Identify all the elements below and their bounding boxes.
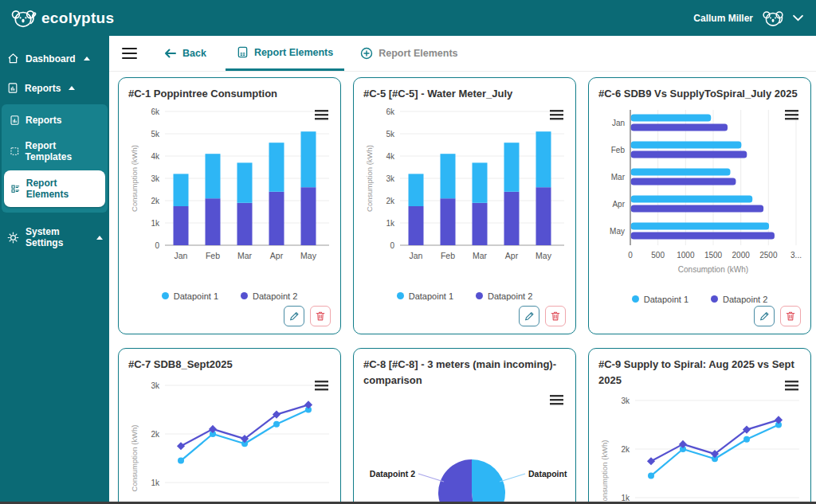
pie-chart: Datapoint 1Datapoint 2	[363, 389, 566, 504]
horizontal-bar-chart: 050010001500200025003...JanFebMarAprMayC…	[598, 104, 801, 295]
svg-text:Datapoint 1: Datapoint 1	[528, 469, 567, 479]
chart-legend: Datapoint 1Datapoint 2	[128, 291, 331, 301]
svg-text:Consumption (kWh): Consumption (kWh)	[130, 424, 139, 491]
edit-button[interactable]	[284, 306, 304, 326]
legend-item[interactable]: Datapoint 1	[162, 291, 218, 301]
chart-menu-icon[interactable]	[313, 108, 330, 124]
sidebar-item-label: Reports	[25, 83, 61, 94]
main-content: Back Report Elements Report Elements #C-…	[109, 36, 816, 504]
sidebar-item-label: Report Templates	[26, 140, 103, 162]
svg-text:May: May	[536, 251, 552, 260]
user-avatar[interactable]	[761, 6, 785, 30]
tab-report-elements[interactable]: Report Elements	[226, 36, 344, 71]
tab-bar: Back Report Elements Report Elements	[109, 36, 816, 72]
svg-text:Consumption (kWh): Consumption (kWh)	[600, 440, 609, 504]
svg-text:2k: 2k	[151, 429, 160, 438]
sidebar-item-label: Report Elements	[26, 178, 100, 200]
svg-text:5k: 5k	[151, 129, 160, 138]
svg-text:May: May	[300, 251, 317, 260]
arrow-left-icon	[164, 48, 177, 59]
line-chart: 1k2k3kConsumption (kWh)	[128, 374, 331, 504]
svg-text:1k: 1k	[621, 494, 630, 502]
svg-text:2k: 2k	[621, 445, 630, 454]
svg-text:Feb: Feb	[611, 146, 626, 154]
svg-text:2k: 2k	[386, 196, 395, 205]
svg-text:Apr: Apr	[612, 200, 625, 209]
svg-text:1500: 1500	[704, 251, 723, 260]
chart-card-c8: #C-8 [#C-8] - 3 meters (main incoming)- …	[353, 348, 576, 504]
caret-up-icon	[96, 236, 103, 240]
sidebar-item-system-settings[interactable]: System Settings	[0, 217, 109, 257]
delete-button[interactable]	[780, 306, 801, 326]
svg-text:3k: 3k	[386, 174, 395, 182]
svg-text:6k: 6k	[386, 107, 395, 115]
legend-item[interactable]: Datapoint 2	[711, 295, 767, 304]
svg-text:May: May	[610, 227, 625, 236]
svg-text:4k: 4k	[386, 151, 395, 160]
svg-text:3k: 3k	[151, 381, 160, 389]
sidebar-item-label: Reports	[26, 115, 61, 126]
chart-card-c9: #C-9 Supply to Spiral: Aug 2025 vs Sept …	[588, 348, 811, 504]
card-title: #C-7 SDB8_Sept2025	[128, 357, 331, 373]
svg-text:Feb: Feb	[441, 251, 455, 260]
sidebar-item-dashboard[interactable]: Dashboard	[0, 44, 109, 73]
delete-button[interactable]	[310, 306, 331, 326]
delete-button[interactable]	[545, 306, 566, 326]
svg-text:Jan: Jan	[410, 251, 423, 260]
sidebar-item-label: System Settings	[26, 226, 88, 248]
sidebar-item-report-elements[interactable]: Report Elements	[4, 170, 105, 207]
chart-menu-icon[interactable]	[548, 393, 565, 409]
logo-text: ecolyptus	[41, 10, 114, 27]
line-chart: 1k2k3kConsumption (kWh)	[598, 389, 801, 504]
edit-button[interactable]	[754, 306, 775, 326]
legend-item[interactable]: Datapoint 2	[476, 291, 532, 301]
chart-menu-icon[interactable]	[548, 108, 565, 124]
caret-up-icon	[84, 57, 90, 61]
legend-item[interactable]: Datapoint 1	[632, 295, 688, 304]
legend-item[interactable]: Datapoint 1	[397, 291, 453, 301]
chart-legend: Datapoint 1Datapoint 2	[363, 291, 566, 301]
report-elements-grid: #C-1 Poppintree Consumption 01k2k3k4k5k6…	[109, 72, 816, 504]
card-title: #C-6 SDB9 Vs SupplyToSpiral_July 2025	[598, 86, 801, 102]
card-title: #C-9 Supply to Spiral: Aug 2025 vs Sept …	[598, 357, 801, 388]
legend-item[interactable]: Datapoint 2	[241, 291, 297, 301]
sidebar-item-reports-child[interactable]: Reports	[2, 107, 108, 133]
chart-legend: Datapoint 1Datapoint 2	[598, 295, 801, 304]
svg-text:Consumption (kWh): Consumption (kWh)	[365, 145, 374, 212]
sidebar-item-report-templates[interactable]: Report Templates	[2, 133, 108, 170]
koala-logo-icon	[10, 5, 37, 32]
stacked-bar-chart: 01k2k3k4k5k6kJanFebMarAprMayConsumption …	[363, 104, 566, 291]
svg-text:500: 500	[651, 251, 665, 260]
sidebar-item-reports[interactable]: Reports	[0, 73, 109, 103]
svg-text:Mar: Mar	[237, 251, 253, 260]
template-icon	[10, 146, 20, 157]
stacked-bar-chart: 01k2k3k4k5k6kJanFebMarAprMayConsumption …	[128, 104, 331, 291]
menu-hamburger-icon[interactable]	[116, 48, 143, 60]
report-icon	[7, 82, 18, 94]
card-title: #C-1 Poppintree Consumption	[128, 86, 331, 102]
svg-text:Feb: Feb	[206, 251, 220, 260]
document-icon	[10, 115, 20, 126]
svg-text:3k: 3k	[151, 174, 160, 182]
chart-card-c1: #C-1 Poppintree Consumption 01k2k3k4k5k6…	[118, 77, 341, 334]
chart-menu-icon[interactable]	[783, 108, 800, 124]
svg-text:2000: 2000	[732, 251, 751, 260]
chart-menu-icon[interactable]	[313, 379, 330, 395]
back-button[interactable]: Back	[156, 48, 214, 59]
svg-text:1k: 1k	[151, 218, 160, 227]
svg-text:Apr: Apr	[270, 251, 284, 260]
user-name: Callum Miller	[693, 13, 753, 24]
svg-text:Mar: Mar	[611, 173, 626, 182]
svg-text:4k: 4k	[151, 151, 160, 160]
chevron-down-icon[interactable]	[793, 14, 803, 21]
svg-text:Consumption (kWh): Consumption (kWh)	[678, 265, 748, 274]
tab-add-report-element[interactable]: Report Elements	[349, 36, 469, 71]
app-header: ecolyptus Callum Miller	[0, 0, 816, 36]
svg-text:0: 0	[155, 240, 159, 249]
chart-menu-icon[interactable]	[783, 379, 800, 395]
app-window: ecolyptus Callum Miller Dashboard Report…	[0, 0, 816, 504]
edit-button[interactable]	[519, 306, 539, 326]
svg-text:Mar: Mar	[473, 251, 488, 260]
chart-card-c7: #C-7 SDB8_Sept2025 1k2k3kConsumption (kW…	[118, 348, 341, 504]
app-logo[interactable]: ecolyptus	[10, 5, 114, 32]
